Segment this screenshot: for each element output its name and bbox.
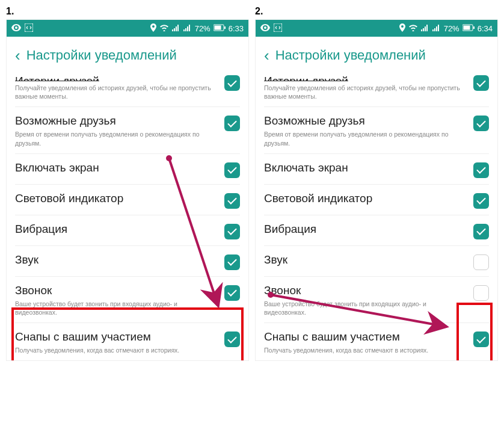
row-ringtone[interactable]: Звонок Ваше устройство будет звонить при…	[15, 276, 240, 322]
battery-icon	[214, 24, 226, 33]
svg-rect-7	[187, 26, 188, 31]
row-title-snaps: Снапы с вашим участием	[264, 330, 467, 344]
row-title-sound: Звук	[15, 253, 218, 267]
row-title-friends: Возможные друзья	[15, 114, 218, 128]
arrow-start-dot-2	[268, 292, 274, 298]
svg-rect-14	[421, 29, 422, 31]
svg-rect-23	[463, 25, 470, 29]
status-bar: 72% 6:34	[256, 20, 497, 37]
row-wake-screen[interactable]: Включать экран	[264, 153, 489, 184]
signal-icon-2	[432, 24, 441, 33]
row-wake-screen[interactable]: Включать экран	[15, 153, 240, 184]
row-title-led: Световой индикатор	[264, 192, 467, 205]
row-title-friends: Возможные друзья	[264, 114, 467, 128]
checkbox-led[interactable]	[224, 193, 240, 209]
row-title-screen: Включать экран	[264, 161, 467, 174]
checkbox-led[interactable]	[473, 193, 489, 209]
wifi-icon	[408, 24, 418, 33]
checkbox-ringtone[interactable]	[473, 285, 489, 301]
eye-icon	[11, 24, 21, 33]
svg-rect-20	[436, 26, 437, 31]
row-friend-stories[interactable]: Истории друзей Получайте уведомления об …	[264, 74, 489, 106]
row-title-led: Световой индикатор	[15, 192, 218, 205]
battery-text: 72%	[444, 24, 459, 33]
row-desc-ringtone: Ваше устройство будет звонить при входящ…	[15, 300, 218, 316]
row-led[interactable]: Световой индикатор	[264, 184, 489, 215]
clock-text: 6:34	[478, 24, 493, 33]
svg-rect-5	[183, 29, 185, 31]
back-icon[interactable]: ‹	[15, 48, 20, 63]
row-vibration[interactable]: Вибрация	[15, 215, 240, 245]
battery-text: 72%	[195, 24, 211, 33]
status-bar: 72% 6:33	[7, 20, 248, 37]
svg-rect-19	[434, 28, 435, 31]
eye-icon	[260, 24, 270, 33]
svg-rect-21	[438, 25, 439, 31]
svg-rect-8	[189, 25, 190, 31]
signal-icon-2	[183, 24, 192, 33]
page-header: ‹ Настройки уведомлений	[7, 37, 248, 74]
checkbox-vibration[interactable]	[473, 224, 489, 239]
row-friend-stories[interactable]: Истории друзей Получайте уведомления об …	[15, 74, 240, 106]
row-led[interactable]: Световой индикатор	[15, 184, 240, 215]
svg-rect-2	[174, 28, 175, 31]
svg-rect-24	[473, 26, 475, 29]
row-vibration[interactable]: Вибрация	[264, 215, 489, 245]
row-title-sound: Звук	[264, 253, 467, 267]
location-icon	[399, 23, 405, 34]
row-snaps[interactable]: Снапы с вашим участием Получать уведомле…	[15, 322, 240, 360]
svg-rect-16	[425, 26, 426, 31]
checkbox-friends[interactable]	[224, 116, 240, 131]
svg-rect-3	[176, 26, 177, 31]
svg-rect-18	[432, 29, 434, 31]
row-title-stories: Истории друзей	[15, 74, 218, 81]
row-ringtone[interactable]: Звонок Ваше устройство будет звонить при…	[264, 276, 489, 322]
checkbox-ringtone[interactable]	[224, 285, 240, 301]
checkbox-stories[interactable]	[224, 75, 240, 91]
svg-rect-10	[214, 25, 221, 29]
viewer-icon	[274, 23, 282, 34]
row-title-screen: Включать экран	[15, 161, 218, 174]
row-sound[interactable]: Звук	[264, 245, 489, 276]
svg-rect-13	[274, 23, 282, 32]
row-desc-snaps: Получать уведомления, когда вас отмечают…	[15, 346, 218, 354]
svg-rect-6	[185, 28, 186, 31]
checkbox-screen[interactable]	[473, 162, 489, 178]
row-desc-stories: Получайте уведомления об историях друзей…	[15, 84, 218, 100]
phone-screenshot-1: 72% 6:33 ‹ Настройки уведомлений Истории…	[6, 19, 249, 361]
row-snaps[interactable]: Снапы с вашим участием Получать уведомле…	[264, 322, 489, 360]
row-title-ringtone: Звонок	[264, 284, 467, 297]
wifi-icon	[159, 24, 169, 33]
checkbox-snaps[interactable]	[224, 331, 240, 347]
row-desc-ringtone: Ваше устройство будет звонить при входящ…	[264, 300, 467, 316]
row-title-stories: Истории друзей	[264, 74, 467, 81]
row-desc-friends: Время от времени получать уведомления о …	[264, 130, 467, 147]
svg-rect-0	[25, 23, 33, 32]
row-title-ringtone: Звонок	[15, 284, 218, 297]
checkbox-sound[interactable]	[473, 254, 489, 270]
checkbox-vibration[interactable]	[224, 224, 240, 239]
row-desc-friends: Время от времени получать уведомления о …	[15, 130, 218, 147]
svg-rect-15	[423, 28, 424, 31]
signal-icon-1	[172, 24, 180, 33]
back-icon[interactable]: ‹	[264, 48, 269, 63]
checkbox-stories[interactable]	[473, 75, 489, 91]
page-title: Настройки уведомлений	[26, 48, 177, 63]
checkbox-screen[interactable]	[224, 162, 240, 178]
step-2-label: 2.	[255, 6, 498, 17]
clock-text: 6:33	[229, 24, 244, 33]
row-title-snaps: Снапы с вашим участием	[15, 330, 218, 344]
location-icon	[150, 23, 156, 34]
row-sound[interactable]: Звук	[15, 245, 240, 276]
checkbox-snaps[interactable]	[473, 331, 489, 347]
checkbox-friends[interactable]	[473, 116, 489, 131]
svg-rect-17	[426, 25, 428, 31]
svg-rect-1	[172, 29, 173, 31]
settings-list: Истории друзей Получайте уведомления об …	[256, 74, 497, 360]
settings-list: Истории друзей Получайте уведомления об …	[7, 74, 248, 360]
checkbox-sound[interactable]	[224, 254, 240, 270]
signal-icon-1	[421, 24, 429, 33]
row-possible-friends[interactable]: Возможные друзья Время от времени получа…	[15, 106, 240, 153]
row-possible-friends[interactable]: Возможные друзья Время от времени получа…	[264, 106, 489, 153]
page-title: Настройки уведомлений	[275, 48, 426, 63]
